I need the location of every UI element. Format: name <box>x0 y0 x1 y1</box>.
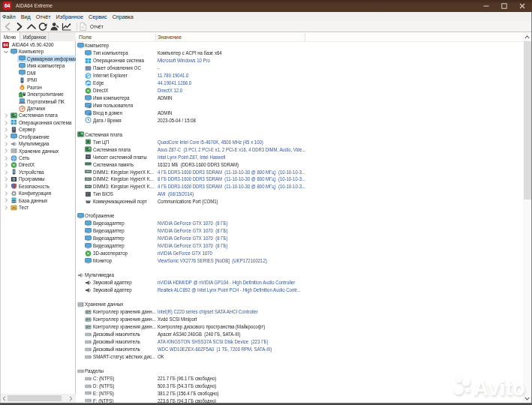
report-row[interactable]: ВидеоадаптерNVIDIA GeForce GTX 1070 (8 Г… <box>77 227 523 235</box>
report-row[interactable]: C: (NTFS)221.7 ГБ (96.1 ГБ свободно) <box>77 375 523 382</box>
tree-item[interactable]: Тест <box>0 204 76 211</box>
section-header-row[interactable]: Разделы <box>77 368 523 375</box>
toolbar-chart-button[interactable] <box>61 22 73 32</box>
field-value[interactable]: NVIDIA GeForce GTX 1070 (8 ГБ) <box>158 220 242 227</box>
scroll-left-icon[interactable] <box>1 394 8 402</box>
report-row[interactable]: ВидеоадаптерNVIDIA GeForce GTX 1070 (8 Г… <box>77 242 523 250</box>
report-row[interactable]: SMART-статус жёстких дис...OK <box>77 353 523 361</box>
menu-tools[interactable]: Сервис <box>89 12 107 21</box>
field-value[interactable]: 11.789.19041.0 <box>158 72 195 80</box>
toolbar-user-button[interactable] <box>49 22 61 32</box>
chevron-right-icon[interactable] <box>3 190 9 196</box>
tree-item[interactable]: Датчики <box>0 105 76 112</box>
scrollbar-thumb[interactable] <box>8 395 62 401</box>
report-row[interactable]: Контроллер хранения данн...Контроллер ди… <box>77 323 523 331</box>
report-row[interactable]: E: (NTFS)381.2 ГБ (156.4 ГБ свободно) <box>77 390 523 398</box>
column-divider[interactable] <box>155 33 156 41</box>
report-row[interactable]: F: (NTFS)223.6 ГБ (94.3 ГБ свободно) <box>77 398 523 403</box>
chevron-right-icon[interactable] <box>3 197 9 203</box>
section-header-row[interactable]: Хранение данных <box>77 301 523 308</box>
report-row[interactable]: Операционная системаMicrosoft Windows 10… <box>77 57 523 64</box>
maximize-button[interactable] <box>495 0 513 12</box>
report-row[interactable]: Дисковый накопительATA KINGSTON SHSS37A … <box>77 338 523 346</box>
field-value[interactable]: Asus Z87-C (3 PCI, 2 PCI-E x1, 2 PCI-E x… <box>158 146 305 154</box>
column-header-value[interactable]: Значение <box>158 32 182 43</box>
field-value[interactable]: 4 ГБ DDR3-1600 DDR3 SDRAM (11-10-10-30 @… <box>158 183 305 190</box>
section-header-row[interactable]: Компьютер <box>77 42 523 50</box>
field-value[interactable]: AMI (08/15/2014) <box>158 190 201 198</box>
toolbar-back-button[interactable] <box>2 22 14 32</box>
chevron-right-icon[interactable] <box>3 134 9 140</box>
field-value[interactable]: Realtek ALC892 @ Intel Lynx Point PCH - … <box>158 286 305 294</box>
report-row[interactable]: Дата / Время2023-05-04 / 15:08 <box>77 117 523 124</box>
tree-item[interactable]: DirectX <box>0 161 76 168</box>
close-button[interactable] <box>513 0 531 12</box>
tree-item[interactable]: 64AIDA64 v5.90.4200 <box>0 41 76 48</box>
report-row[interactable]: DIMM3: Kingston HyperX K...4 ГБ DDR3-160… <box>77 183 523 190</box>
report-row[interactable]: МониторViewSonic VX2776 SERIES [NoDB] (U… <box>77 257 523 265</box>
chevron-right-icon[interactable] <box>3 162 9 168</box>
tree-item[interactable]: DMI <box>0 70 76 76</box>
report-row[interactable]: DIMM2: Kingston HyperX K...8 ГБ DDR3-160… <box>77 176 523 183</box>
chevron-right-icon[interactable] <box>3 205 9 211</box>
report-row[interactable]: Звуковой адаптерnVIDIA HDMI/DP @ nVIDIA … <box>77 279 523 286</box>
field-value[interactable]: NVIDIA GeForce GTX 1070 (8 ГБ) <box>158 235 242 242</box>
report-row[interactable]: Имя пользователя <box>77 102 523 110</box>
section-header-row[interactable]: Отображение <box>77 212 523 220</box>
minimize-button[interactable] <box>477 0 495 12</box>
field-value[interactable]: QuadCore Intel Core i5-4670K, 4500 MHz (… <box>158 139 286 146</box>
tree-item[interactable]: Сеть <box>0 154 76 161</box>
chevron-right-icon[interactable] <box>3 120 9 126</box>
report-row[interactable]: Edge44.19041.1266.0 <box>77 80 523 87</box>
chevron-right-icon[interactable] <box>3 176 9 182</box>
report-row[interactable]: Контроллер хранения данн...Xvdd SCSI Min… <box>77 316 523 323</box>
menu-favorites[interactable]: Избранное <box>56 12 83 21</box>
field-value[interactable]: NVIDIA GeForce GTX 1070 (8 ГБ) <box>158 242 242 250</box>
menu-report[interactable]: Отчёт <box>36 12 51 21</box>
report-row[interactable]: 3D-акселераторnVIDIA GeForce GTX 1070 <box>77 250 523 257</box>
chevron-down-icon[interactable] <box>3 49 9 55</box>
report-row[interactable]: Тип компьютераКомпьютер с ACPI на базе x… <box>77 50 523 57</box>
report-row[interactable]: Internet Explorer11.789.19041.0 <box>77 72 523 80</box>
tree-item[interactable]: Операционная система <box>0 119 76 126</box>
field-value[interactable]: NVIDIA GeForce GTX 1070 (8 ГБ) <box>158 227 242 235</box>
menu-help[interactable]: Справка <box>113 12 134 21</box>
report-row[interactable]: Системная платаAsus Z87-C (3 PCI, 2 PCI-… <box>77 146 523 154</box>
tree-item[interactable]: Суммарная информация <box>0 56 76 62</box>
tree-item[interactable]: Портативный ПК <box>0 98 76 105</box>
report-row[interactable]: Дисковый накопительWDC WD10EZEX-60ZF5A0 … <box>77 346 523 353</box>
report-row[interactable]: Контроллер хранения данн...Intel(R) C220… <box>77 308 523 316</box>
chevron-right-icon[interactable] <box>3 141 9 147</box>
chevron-right-icon[interactable] <box>3 170 9 176</box>
report-row[interactable]: Чипсет системной платыIntel Lynx Point Z… <box>77 154 523 161</box>
menu-file[interactable]: Файл <box>2 12 16 21</box>
field-value[interactable]: Intel Lynx Point Z87, Intel Haswell <box>158 154 240 161</box>
field-value[interactable]: WDC WD10EZEX-60ZF5A0 (1 ТБ, 7200 RPM, SA… <box>158 346 296 353</box>
field-value[interactable]: ATA KINGSTON SHSS37A SCSI Disk Device (2… <box>158 338 292 346</box>
report-row[interactable]: Системная память16321 МБ (DDR3-1600 DDR3… <box>77 161 523 169</box>
scrollbar-thumb[interactable] <box>524 41 531 200</box>
tree-item[interactable]: Устройства <box>0 169 76 176</box>
tab-menu[interactable]: Меню <box>0 32 20 41</box>
report-row[interactable]: D: (NTFS)500.3 ГБ (54.3 ГБ свободно) <box>77 382 523 390</box>
field-value[interactable]: nVIDIA GeForce GTX 1070 <box>158 250 224 257</box>
report-row[interactable]: Пакет обновления ОС- <box>77 64 523 72</box>
menu-view[interactable]: Вид <box>21 12 31 21</box>
section-header-row[interactable]: Мультимедиа <box>77 272 523 279</box>
tab-favorites[interactable]: Избранное <box>20 32 49 41</box>
tree-item[interactable]: Электропитание <box>0 91 76 98</box>
column-divider-2[interactable] <box>305 33 305 41</box>
field-value[interactable]: nVIDIA HDMI/DP @ nVIDIA GP104 - High Def… <box>158 279 305 286</box>
tree-item[interactable]: База данных <box>0 197 76 204</box>
tree-item[interactable]: Программы <box>0 176 76 182</box>
report-row[interactable]: Вход в доменADMIN <box>77 110 523 117</box>
toolbar-forward-button[interactable] <box>14 22 26 32</box>
tree-item[interactable]: Системная плата <box>0 112 76 118</box>
section-header-row[interactable]: Системная плата <box>77 131 523 139</box>
tree-item[interactable]: Конфигурация <box>0 190 76 196</box>
report-row[interactable]: ВидеоадаптерNVIDIA GeForce GTX 1070 (8 Г… <box>77 220 523 227</box>
toolbar-up-button[interactable] <box>26 22 38 32</box>
report-row[interactable]: Коммуникационный портCommunications Port… <box>77 198 523 206</box>
field-value[interactable]: 8 ГБ DDR3-1600 DDR3 SDRAM (11-10-10-30 @… <box>158 176 305 183</box>
report-row[interactable]: Звуковой адаптерRealtek ALC892 @ Intel L… <box>77 286 523 294</box>
